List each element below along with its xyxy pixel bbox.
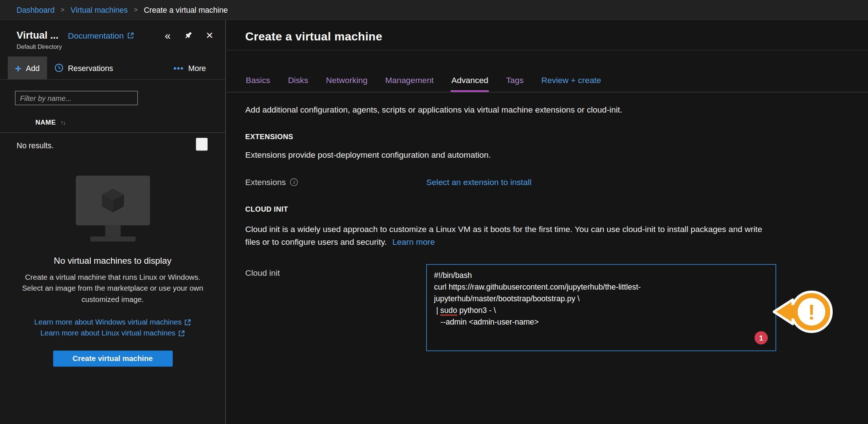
tab-management[interactable]: Management [385,75,434,92]
breadcrumb: Dashboard > Virtual machines > Create a … [0,0,868,20]
empty-state-title: No virtual machines to display [0,256,225,266]
tab-networking[interactable]: Networking [326,75,368,92]
vm-cube-icon [96,185,129,215]
breadcrumb-dashboard[interactable]: Dashboard [17,5,55,14]
extensions-field-label: Extensions i [245,177,426,187]
name-column-label: NAME [35,118,56,126]
documentation-link[interactable]: Documentation [68,31,134,40]
empty-state-description: Create a virtual machine that runs Linux… [20,272,205,305]
name-column-header[interactable]: NAME↑↓ [0,118,225,133]
breadcrumb-virtual-machines[interactable]: Virtual machines [71,5,128,14]
cloud-init-description: Cloud init is a widely used approach to … [245,223,766,248]
azure-portal-window: Dashboard > Virtual machines > Create a … [0,0,868,424]
blade-title: Virtual ... [17,30,59,41]
cloud-init-field-label: Cloud init [245,264,426,351]
more-button[interactable]: ••• More [166,56,213,79]
add-button[interactable]: + Add [8,56,47,79]
learn-more-link[interactable]: Learn more [392,237,435,247]
blade-toolbar: + Add Reservations ••• More [0,56,225,80]
external-link-icon [185,319,191,326]
cloud-init-editor[interactable]: #!/bin/bash curl https://raw.githubuserc… [426,264,776,351]
tab-disks[interactable]: Disks [287,75,309,92]
tab-basics[interactable]: Basics [245,75,271,92]
external-link-icon [127,32,134,39]
monitor-stand [105,225,121,236]
blade-header: Virtual ... Documentation « × [0,20,225,42]
more-button-label: More [188,63,206,72]
learn-linux-link-label: Learn more about Linux virtual machines [40,328,175,339]
blade-header-actions: « × [165,30,213,42]
external-link-icon [178,330,185,337]
breadcrumb-separator: > [134,6,138,13]
monitor-base [90,236,135,242]
collapse-icon[interactable]: « [165,30,170,41]
cloud-init-editor-wrap: #!/bin/bash curl https://raw.githubuserc… [426,264,776,351]
sort-icon: ↑↓ [60,119,66,126]
annotation-exclamation: ! [808,301,815,324]
wizard-tabs: Basics Disks Networking Management Advan… [245,75,868,92]
empty-state-links: Learn more about Windows virtual machine… [0,317,225,339]
plus-icon: + [15,62,21,73]
extensions-field-row: Extensions i Select an extension to inst… [245,177,868,187]
cloud-init-section-header: CLOUD INIT [245,205,868,213]
documentation-link-label: Documentation [68,31,124,40]
close-icon[interactable]: × [206,30,213,42]
tab-review-create[interactable]: Review + create [541,75,601,92]
extensions-label-text: Extensions [245,177,286,187]
step-badge: 1 [754,331,768,344]
pin-icon-glyph [184,31,193,40]
empty-state-illustration [75,176,150,242]
breadcrumb-separator: > [60,6,64,13]
reservations-button[interactable]: Reservations [47,56,121,79]
select-extension-link[interactable]: Select an extension to install [426,177,532,187]
tab-tags[interactable]: Tags [505,75,524,92]
divider [226,92,868,93]
select-checkbox[interactable] [196,138,208,151]
clock-icon [54,63,63,72]
divider [226,50,868,51]
info-icon[interactable]: i [290,178,298,186]
add-button-label: Add [26,63,40,72]
learn-windows-link[interactable]: Learn more about Windows virtual machine… [34,317,191,328]
cloud-init-field-row: Cloud init #!/bin/bash curl https://raw.… [245,264,868,351]
monitor-icon [76,176,150,225]
cloud-init-description-text: Cloud init is a widely used approach to … [245,224,762,247]
tab-advanced[interactable]: Advanced [451,75,489,92]
create-vm-panel: Create a virtual machine Basics Disks Ne… [226,20,868,424]
directory-label: Default Directory [17,43,225,50]
learn-windows-link-label: Learn more about Windows virtual machine… [34,317,182,328]
page-title: Create a virtual machine [245,20,868,44]
tutorial-annotation: ! [773,286,837,337]
no-results-label: No results. [17,141,54,150]
reservations-button-label: Reservations [68,63,113,72]
pin-icon[interactable] [184,31,193,40]
no-results-row: No results. [0,133,225,150]
ellipsis-icon: ••• [173,63,184,72]
virtual-machines-blade: Virtual ... Documentation « × [0,20,226,424]
learn-linux-link[interactable]: Learn more about Linux virtual machines [40,328,185,339]
filter-input[interactable] [15,91,138,105]
extensions-section-header: EXTENSIONS [245,132,868,141]
extensions-description: Extensions provide post-deployment confi… [245,150,868,160]
annotation-arrow [774,300,793,324]
breadcrumb-current-page: Create a virtual machine [144,5,228,14]
create-virtual-machine-button[interactable]: Create virtual machine [53,350,172,366]
intro-text: Add additional configuration, agents, sc… [245,105,868,114]
